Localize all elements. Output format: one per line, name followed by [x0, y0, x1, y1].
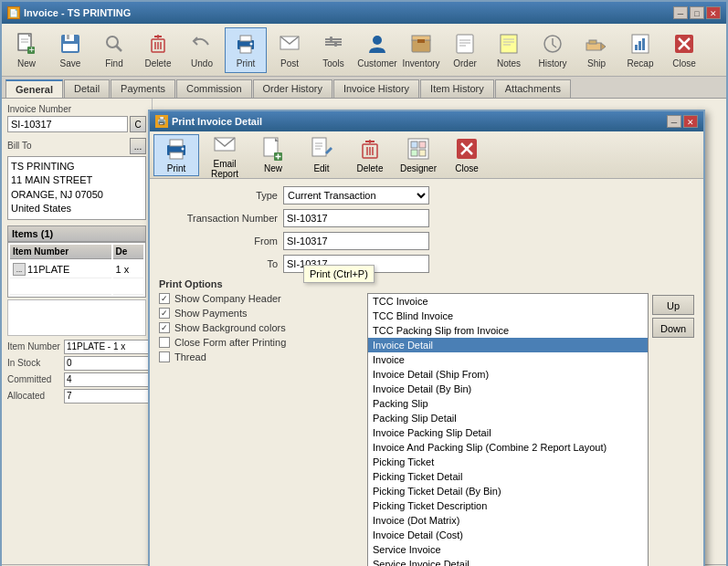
- save-label: Save: [60, 58, 81, 68]
- type-select[interactable]: Current Transaction: [283, 186, 429, 204]
- tab-general[interactable]: General: [5, 79, 63, 98]
- list-item[interactable]: Service Invoice: [368, 542, 648, 557]
- list-item[interactable]: TCC Packing Slip from Invoice: [368, 323, 648, 338]
- down-button[interactable]: Down: [652, 318, 694, 338]
- find-button[interactable]: Find: [93, 27, 135, 73]
- dialog-close-toolbar-icon: [454, 136, 480, 162]
- dialog-minimize-btn[interactable]: ─: [667, 115, 681, 128]
- scroll-area[interactable]: [7, 299, 146, 336]
- list-item[interactable]: Invoice And Packing Slip (Combine 2 Repo…: [368, 440, 648, 455]
- undo-icon: [189, 31, 215, 57]
- post-button[interactable]: Post: [269, 27, 311, 73]
- item-number-value: 11PLATE: [27, 264, 69, 275]
- order-button[interactable]: Order: [444, 27, 486, 73]
- tab-attachments[interactable]: Attachments: [495, 79, 571, 98]
- tab-payments[interactable]: Payments: [111, 79, 175, 98]
- address-line-1: TS PRINTING: [11, 160, 142, 173]
- tab-commission[interactable]: Commission: [176, 79, 252, 98]
- dialog-delete-icon: [357, 136, 383, 162]
- report-list[interactable]: TCC Invoice TCC Blind Invoice TCC Packin…: [367, 293, 649, 566]
- dialog-delete-button[interactable]: Delete: [347, 134, 393, 176]
- list-item[interactable]: TCC Blind Invoice: [368, 309, 648, 323]
- close-main-label: Close: [672, 58, 696, 68]
- list-item[interactable]: Invoice Detail (Cost): [368, 528, 648, 542]
- delete-icon: [145, 31, 171, 57]
- tab-item-history[interactable]: Item History: [420, 79, 494, 98]
- save-button[interactable]: Save: [49, 27, 91, 73]
- print-button[interactable]: Print: [225, 27, 267, 73]
- list-item[interactable]: Packing Slip Detail: [368, 411, 648, 425]
- list-item[interactable]: TCC Invoice: [368, 294, 648, 309]
- list-item[interactable]: Invoice: [368, 352, 648, 367]
- item-nav-btn[interactable]: ...: [13, 263, 26, 276]
- from-input[interactable]: [283, 232, 429, 250]
- item-de-cell: 1 x: [113, 261, 143, 278]
- tab-order-history[interactable]: Order History: [253, 79, 332, 98]
- items-table: Item Number De ... 11PLATE: [7, 242, 146, 298]
- dialog-close-title-btn[interactable]: ✕: [683, 115, 698, 128]
- dialog-body: Type Current Transaction Transaction Num…: [150, 179, 703, 566]
- delete-button[interactable]: Delete: [137, 27, 179, 73]
- minimize-button[interactable]: ─: [673, 6, 688, 19]
- dialog-close-toolbar-button[interactable]: Close: [444, 134, 490, 176]
- list-item[interactable]: Picking Ticket Detail: [368, 469, 648, 484]
- dialog-new-button[interactable]: New: [250, 134, 296, 176]
- invoice-number-btn[interactable]: C: [130, 116, 146, 132]
- thread-label: Thread: [174, 351, 206, 362]
- show-payments-label: Show Payments: [174, 308, 247, 319]
- new-button[interactable]: + New: [5, 27, 47, 73]
- ship-label: Ship: [587, 58, 606, 68]
- dialog-edit-button[interactable]: Edit: [299, 134, 344, 176]
- show-payments-checkbox[interactable]: [159, 308, 170, 319]
- invoice-number-input[interactable]: [7, 116, 128, 132]
- dialog-designer-button[interactable]: Designer: [396, 134, 441, 176]
- close-form-after-printing-checkbox[interactable]: [159, 337, 170, 348]
- undo-button[interactable]: Undo: [181, 27, 223, 73]
- svg-rect-49: [638, 41, 641, 50]
- tab-invoice-history[interactable]: Invoice History: [333, 79, 419, 98]
- show-background-colors-row: Show Background colors: [159, 322, 360, 333]
- title-bar: 📄 Invoice - TS PRINTING ─ □ ✕: [2, 2, 726, 24]
- list-item[interactable]: Picking Ticket Detail (By Bin): [368, 484, 648, 498]
- tools-button[interactable]: Tools: [312, 27, 354, 73]
- window-close-button[interactable]: ✕: [706, 6, 721, 19]
- maximize-button[interactable]: □: [690, 6, 704, 19]
- dialog-edit-label: Edit: [313, 163, 329, 173]
- thread-checkbox[interactable]: [159, 351, 170, 362]
- list-item[interactable]: Invoice Detail: [368, 338, 648, 352]
- close-main-button[interactable]: Close: [663, 27, 705, 73]
- bill-to-btn[interactable]: ...: [130, 138, 146, 154]
- inventory-button[interactable]: Inventory: [400, 27, 442, 73]
- list-item[interactable]: Picking Ticket: [368, 455, 648, 469]
- list-item[interactable]: Service Invoice Detail: [368, 557, 648, 566]
- close-main-icon: [671, 31, 697, 57]
- table-row[interactable]: ... 11PLATE 1 x: [10, 261, 143, 278]
- bill-to-label: Bill To: [7, 141, 128, 151]
- dialog-email-icon: [212, 131, 237, 157]
- tab-detail[interactable]: Detail: [64, 79, 110, 98]
- invoice-number-row: C: [7, 116, 146, 132]
- ship-button[interactable]: Ship: [575, 27, 617, 73]
- recap-button[interactable]: Recap: [619, 27, 661, 73]
- list-item[interactable]: Invoice Detail (By Bin): [368, 382, 648, 396]
- list-item[interactable]: Packing Slip: [368, 396, 648, 411]
- list-item[interactable]: Picking Ticket Description: [368, 498, 648, 513]
- thread-row: Thread: [159, 351, 360, 362]
- tools-icon: [321, 31, 346, 57]
- svg-rect-76: [419, 142, 426, 148]
- list-item[interactable]: Invoice Detail (Ship From): [368, 367, 648, 382]
- show-company-header-checkbox[interactable]: [159, 293, 170, 304]
- dialog-new-icon: [260, 136, 286, 162]
- list-item[interactable]: Invoice Packing Slip Detail: [368, 425, 648, 440]
- show-background-colors-checkbox[interactable]: [159, 322, 170, 333]
- list-item[interactable]: Invoice (Dot Matrix): [368, 513, 648, 528]
- customer-button[interactable]: Customer: [356, 27, 398, 73]
- transaction-number-input[interactable]: [283, 209, 429, 227]
- dialog-email-button[interactable]: Email Report: [202, 134, 248, 176]
- history-button[interactable]: History: [532, 27, 574, 73]
- main-tabs: General Detail Payments Commission Order…: [2, 77, 726, 99]
- notes-button[interactable]: Notes: [488, 27, 530, 73]
- dialog-print-button[interactable]: Print: [153, 134, 199, 176]
- type-row: Type Current Transaction: [159, 186, 694, 204]
- up-button[interactable]: Up: [652, 295, 694, 315]
